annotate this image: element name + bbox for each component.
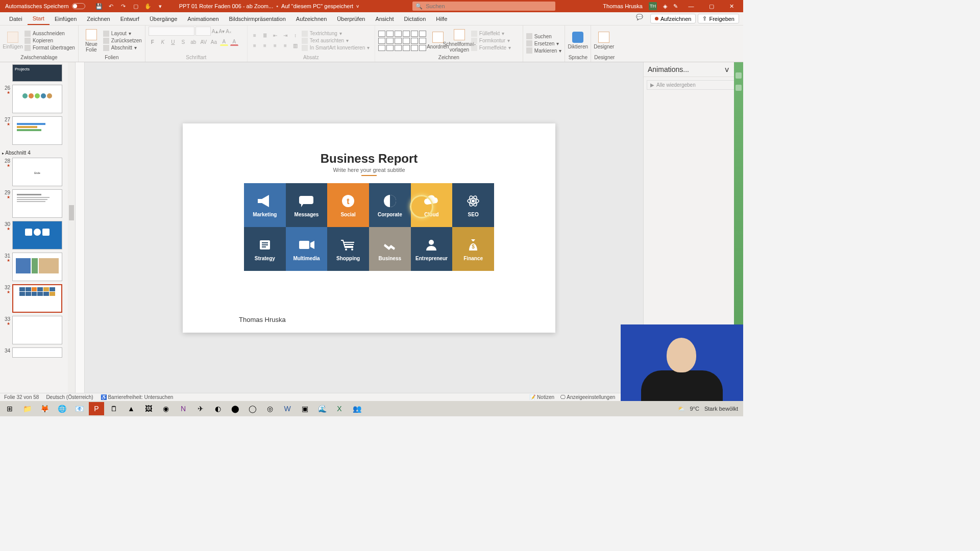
thumb-scrollbar[interactable] (68, 62, 75, 401)
status-display-settings[interactable]: 🖵 Anzeigeeinstellungen (560, 394, 615, 400)
underline-button[interactable]: U (169, 38, 177, 46)
spacing-button[interactable]: AV (200, 38, 208, 46)
taskbar-app4-icon[interactable]: ◯ (245, 402, 260, 415)
shapes-gallery[interactable] (378, 31, 426, 51)
indent-inc-icon[interactable]: ⇥ (281, 32, 289, 40)
pane-collapse-icon[interactable]: ⅴ (725, 65, 729, 73)
align-right-icon[interactable]: ≡ (271, 42, 279, 50)
line-spacing-icon[interactable]: ↕ (291, 32, 300, 40)
taskbar-app6-icon[interactable]: ▣ (297, 402, 312, 415)
select-button[interactable]: Markieren ▾ (526, 47, 561, 54)
coming-soon-icon[interactable]: ◈ (663, 3, 667, 10)
menu-tab-dictation[interactable]: Dictation (399, 12, 431, 25)
format-painter-button[interactable]: Format übertragen (24, 45, 75, 51)
status-language[interactable]: Deutsch (Österreich) (46, 394, 93, 400)
tile-seo[interactable]: SEO (452, 183, 494, 227)
menu-tab-aufzeichnen[interactable]: Aufzeichnen (291, 12, 332, 25)
slide-thumb-projects[interactable]: Projects (12, 64, 62, 82)
taskbar-chrome-icon[interactable]: 🌐 (54, 402, 69, 415)
slide-thumb-34[interactable] (12, 347, 62, 358)
status-notes[interactable]: 📝 Notizen (529, 394, 554, 400)
tile-marketing[interactable]: Marketing (244, 183, 286, 227)
taskbar-vlc-icon[interactable]: ▲ (124, 402, 139, 415)
menu-tab-entwurf[interactable]: Entwurf (115, 12, 144, 25)
shape-fill-button[interactable]: Fülleffekt ▾ (471, 31, 511, 37)
replace-button[interactable]: Ersetzen ▾ (526, 40, 561, 46)
menu-tab-datei[interactable]: Datei (4, 12, 28, 25)
slide-thumb-28[interactable]: Ende (12, 158, 62, 186)
bold-button[interactable]: F (149, 38, 157, 46)
case-button[interactable]: Aa (210, 38, 218, 46)
increase-font-icon[interactable]: A▴ (212, 29, 218, 34)
layout-button[interactable]: Layout ▾ (103, 31, 142, 37)
undo-icon[interactable]: ↶ (108, 3, 115, 10)
save-icon[interactable]: 💾 (95, 3, 103, 10)
menu-tab-überprüfen[interactable]: Überprüfen (332, 12, 370, 25)
tiles-grid[interactable]: MarketingMessagestSocialCorporateCloudSE… (244, 183, 494, 271)
taskbar-firefox-icon[interactable]: 🦊 (37, 402, 52, 415)
close-button[interactable]: ✕ (725, 0, 739, 12)
slide-thumb-32[interactable] (12, 284, 62, 313)
tile-strategy[interactable]: Strategy (244, 227, 286, 271)
taskbar-onenote-icon[interactable]: N (176, 402, 191, 415)
align-center-icon[interactable]: ≡ (261, 42, 269, 50)
status-accessibility[interactable]: ♿ Barrierefreiheit: Untersuchen (101, 394, 174, 400)
menu-tab-animationen[interactable]: Animationen (182, 12, 224, 25)
tile-social[interactable]: tSocial (327, 183, 369, 227)
tile-shopping[interactable]: Shopping (327, 227, 369, 271)
slide-thumb-33[interactable] (12, 316, 62, 344)
indent-dec-icon[interactable]: ⇤ (271, 32, 279, 40)
menu-tab-bildschirmpräsentation[interactable]: Bildschirmpräsentation (224, 12, 291, 25)
slide-thumb-30[interactable] (12, 221, 62, 249)
menu-tab-start[interactable]: Start (28, 12, 50, 25)
copy-button[interactable]: Kopieren (24, 38, 75, 44)
strip-icon-2[interactable] (736, 85, 742, 91)
align-text-button[interactable]: Text ausrichten ▾ (302, 38, 370, 44)
tile-entrepreneur[interactable]: Entrepreneur (411, 227, 453, 271)
slide-thumb-27[interactable] (12, 116, 62, 145)
slide-thumb-31[interactable] (12, 253, 62, 281)
taskbar-excel-icon[interactable]: X (332, 402, 347, 415)
slide-thumb-29[interactable] (12, 189, 62, 218)
taskbar-app5-icon[interactable]: ◎ (262, 402, 278, 415)
strike-button[interactable]: S (179, 38, 187, 46)
find-button[interactable]: Suchen (526, 33, 561, 39)
shape-effects-button[interactable]: Formeffekte ▾ (471, 45, 511, 51)
taskbar-app-icon[interactable]: 🗒 (106, 402, 121, 415)
menu-tab-hilfe[interactable]: Hilfe (431, 12, 452, 25)
title-dropdown-icon[interactable]: ⅴ (356, 4, 359, 9)
weather-icon[interactable]: ⛅ (678, 406, 685, 412)
tile-cloud[interactable]: Cloud (411, 183, 453, 227)
tile-finance[interactable]: $Finance (452, 227, 494, 271)
slide-thumb-26[interactable] (12, 85, 62, 113)
clear-format-icon[interactable]: Aₓ (226, 29, 231, 34)
section-button[interactable]: Abschnitt ▾ (103, 45, 142, 51)
taskbar-edge-icon[interactable]: 🌊 (314, 402, 330, 415)
taskbar-powerpoint-icon[interactable]: P (89, 402, 104, 415)
search-box[interactable]: 🔍 (412, 2, 555, 11)
tile-corporate[interactable]: Corporate (369, 183, 411, 227)
align-left-icon[interactable]: ≡ (251, 42, 259, 50)
record-button[interactable]: Aufzeichnen (650, 14, 696, 23)
touch-mode-icon[interactable]: ✋ (144, 3, 152, 10)
text-direction-button[interactable]: Textrichtung ▾ (302, 31, 370, 37)
designer-button[interactable]: Designer (594, 32, 614, 49)
taskbar-app3-icon[interactable]: ◐ (210, 402, 226, 415)
decrease-font-icon[interactable]: A▾ (219, 29, 225, 34)
user-avatar[interactable]: TH (649, 2, 657, 10)
qat-more-icon[interactable]: ▾ (157, 3, 164, 10)
shape-outline-button[interactable]: Formkontur ▾ (471, 38, 511, 44)
search-input[interactable] (426, 3, 552, 9)
taskbar-photos-icon[interactable]: 🖼 (141, 402, 156, 415)
bullets-icon[interactable]: ≡ (251, 32, 259, 40)
ink-icon[interactable]: ✎ (673, 3, 678, 10)
numbering-icon[interactable]: ≣ (261, 32, 269, 40)
taskbar-explorer-icon[interactable]: 📁 (19, 402, 35, 415)
highlight-button[interactable]: A (220, 38, 228, 46)
tile-multimedia[interactable]: Multimedia (286, 227, 328, 271)
comments-icon[interactable]: 💬 (631, 14, 648, 20)
taskbar-word-icon[interactable]: W (280, 402, 295, 415)
new-slide-button[interactable]: Neue Folie (82, 29, 101, 53)
italic-button[interactable]: K (159, 38, 167, 46)
shadow-button[interactable]: ab (189, 38, 198, 46)
